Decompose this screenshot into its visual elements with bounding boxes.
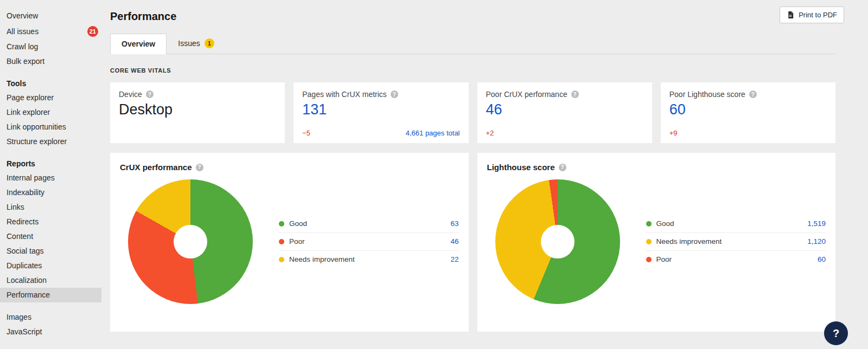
sidebar-item-label: Links	[7, 203, 24, 212]
sidebar-group: ReportsInternal pagesIndexabilityLinksRe…	[0, 157, 101, 302]
sidebar-item-localization[interactable]: Localization	[0, 273, 101, 288]
legend-label: Good	[289, 219, 307, 228]
stat-card-title: Poor CrUX performance?	[486, 90, 643, 99]
sidebar-group: OverviewAll issues21Crawl logBulk export	[0, 9, 101, 69]
stat-card-value: 131	[302, 101, 459, 118]
page-title: Performance	[110, 10, 176, 23]
help-button[interactable]: ?	[824, 321, 848, 345]
issue-count-badge: 21	[87, 26, 98, 37]
chart-body: Good1,519Needs improvement1,120Poor60	[487, 179, 826, 304]
print-to-pdf-label: Print to PDF	[799, 11, 837, 19]
sidebar-item-link-explorer[interactable]: Link explorer	[0, 105, 101, 120]
sidebar-item-social-tags[interactable]: Social tags	[0, 244, 101, 258]
print-to-pdf-button[interactable]: Print to PDF	[780, 7, 844, 23]
sidebar-item-link-opportunities[interactable]: Link opportunities	[0, 120, 101, 134]
sidebar-item-label: All issues	[7, 27, 39, 36]
sidebar-item-label: Indexability	[7, 188, 44, 197]
sidebar-item-crawl-log[interactable]: Crawl log	[0, 40, 101, 54]
main-content: Performance Print to PDF OverviewIssues1…	[101, 0, 868, 349]
chart-title: Lighthouse score?	[487, 163, 826, 172]
chart-title: CrUX performance?	[120, 163, 459, 172]
sidebar-item-label: JavaScript	[7, 327, 42, 337]
legend-dot-icon	[646, 239, 652, 244]
help-tooltip-icon[interactable]: ?	[559, 164, 566, 171]
sidebar-item-label: Link explorer	[7, 108, 50, 117]
legend-dot-icon	[646, 221, 652, 227]
legend-row-poor[interactable]: Poor46	[279, 233, 459, 251]
sidebar-item-links[interactable]: Links	[0, 200, 101, 215]
legend-value: 1,519	[807, 219, 826, 228]
legend-value: 46	[450, 237, 458, 245]
sidebar-item-label: Social tags	[7, 247, 43, 256]
donut-chart-crux-performance[interactable]	[128, 179, 253, 304]
sidebar-item-label: Images	[7, 313, 31, 322]
sidebar-item-content[interactable]: Content	[0, 229, 101, 244]
legend-value: 63	[450, 219, 458, 228]
legend-label: Needs improvement	[656, 237, 722, 245]
legend-dot-icon	[279, 257, 284, 262]
sidebar-item-internal-pages[interactable]: Internal pages	[0, 171, 101, 185]
app-window: OverviewAll issues21Crawl logBulk export…	[0, 0, 868, 349]
legend-row-poor[interactable]: Poor60	[646, 251, 826, 268]
sidebar-item-duplicates[interactable]: Duplicates	[0, 258, 101, 273]
stat-card-title: Pages with CrUX metrics?	[302, 90, 459, 99]
legend-label: Poor	[656, 255, 672, 263]
tab-issues[interactable]: Issues1	[167, 33, 225, 54]
legend-dot-icon	[279, 239, 284, 244]
tab-issues-badge: 1	[205, 38, 214, 48]
chart-card-crux-performance: CrUX performance?Good63Poor46Needs impro…	[110, 153, 469, 332]
sidebar-group: ImagesJavaScript	[0, 310, 101, 339]
sidebar-item-label: Page explorer	[7, 93, 54, 102]
sidebar-item-performance[interactable]: Performance	[0, 288, 101, 302]
pages-total-link[interactable]: 4,661 pages total	[406, 129, 460, 137]
legend-row-needs-improvement[interactable]: Needs improvement1,120	[646, 233, 826, 251]
sidebar-item-images[interactable]: Images	[0, 310, 101, 325]
pdf-file-icon	[787, 11, 795, 19]
stat-card-delta: +2	[486, 129, 494, 137]
help-tooltip-icon[interactable]: ?	[391, 91, 398, 98]
chart-card-row: CrUX performance?Good63Poor46Needs impro…	[110, 153, 835, 332]
sidebar-item-indexability[interactable]: Indexability	[0, 185, 101, 200]
sidebar: OverviewAll issues21Crawl logBulk export…	[0, 0, 101, 349]
sidebar-item-label: Duplicates	[7, 261, 42, 270]
stat-card-title-label: Device	[119, 90, 142, 99]
tab-bar: OverviewIssues1	[110, 34, 835, 54]
stat-card-title-label: Pages with CrUX metrics	[302, 90, 387, 99]
sidebar-item-overview[interactable]: Overview	[0, 9, 101, 23]
sidebar-group: ToolsPage explorerLink explorerLink oppo…	[0, 76, 101, 149]
chart-legend: Good63Poor46Needs improvement22	[279, 215, 459, 268]
stat-card-title: Poor Lighthouse score?	[669, 90, 827, 99]
legend-row-good[interactable]: Good63	[279, 215, 459, 233]
legend-row-good[interactable]: Good1,519	[646, 215, 826, 233]
stat-card-poor-lighthouse-score: Poor Lighthouse score?60+9	[661, 82, 835, 143]
sidebar-item-structure-explorer[interactable]: Structure explorer	[0, 134, 101, 149]
sidebar-item-all-issues[interactable]: All issues21	[0, 23, 101, 40]
chart-body: Good63Poor46Needs improvement22	[120, 179, 459, 304]
sidebar-item-javascript[interactable]: JavaScript	[0, 325, 101, 339]
stat-card-value: Desktop	[119, 101, 276, 118]
sidebar-section-header-tools: Tools	[0, 76, 101, 91]
help-tooltip-icon[interactable]: ?	[146, 91, 154, 98]
sidebar-item-redirects[interactable]: Redirects	[0, 215, 101, 229]
legend-row-needs-improvement[interactable]: Needs improvement22	[279, 251, 459, 268]
help-tooltip-icon[interactable]: ?	[196, 164, 203, 171]
legend-value: 60	[818, 255, 826, 263]
donut-chart-lighthouse-score[interactable]	[495, 179, 620, 304]
help-tooltip-icon[interactable]: ?	[571, 91, 579, 98]
stat-card-title-label: Poor CrUX performance	[486, 90, 567, 99]
sidebar-section-header-reports: Reports	[0, 157, 101, 171]
sidebar-item-bulk-export[interactable]: Bulk export	[0, 54, 101, 69]
stat-card-device: Device?Desktop	[110, 82, 285, 143]
legend-label: Good	[656, 219, 674, 228]
sidebar-item-label: Link opportunities	[7, 122, 66, 132]
help-tooltip-icon[interactable]: ?	[749, 91, 757, 98]
sidebar-item-label: Performance	[7, 290, 50, 300]
legend-value: 1,120	[807, 237, 826, 245]
chart-card-lighthouse-score: Lighthouse score?Good1,519Needs improvem…	[477, 153, 836, 332]
sidebar-item-page-explorer[interactable]: Page explorer	[0, 91, 101, 105]
stat-card-poor-crux-performance: Poor CrUX performance?46+2	[477, 82, 652, 143]
stat-card-delta: −5	[302, 129, 310, 137]
tab-overview[interactable]: Overview	[110, 34, 167, 54]
page-header: Performance	[110, 8, 835, 25]
stat-card-title: Device?	[119, 90, 276, 99]
